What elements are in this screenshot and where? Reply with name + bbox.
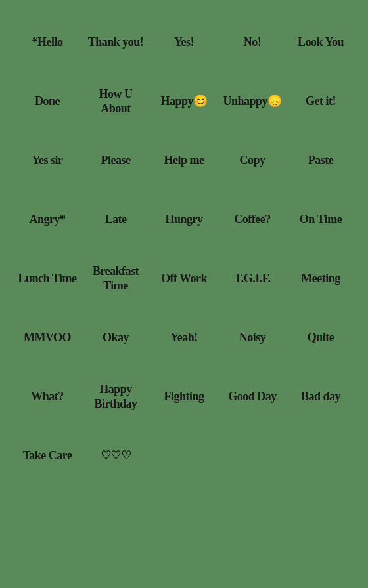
sticker-label-copy: Copy [239,154,265,168]
sticker-label-get-it: Get it! [306,94,336,109]
sticker-label-good-day: Good Day [228,390,277,404]
sticker-label-quite: Quite [308,331,334,345]
sticker-label-hello: *Hello [32,35,63,50]
sticker-label-paste: Paste [308,154,333,168]
sticker-label-no: No! [244,35,262,50]
sticker-item-what[interactable]: What? [13,368,81,427]
sticker-item-fighting[interactable]: Fighting [150,368,218,427]
sticker-label-noisy: Noisy [239,331,266,345]
sticker-item-quite[interactable]: Quite [287,308,355,368]
sticker-label-hungry: Hungry [165,213,202,227]
sticker-item-done[interactable]: Done [13,72,81,131]
sticker-item-noisy[interactable]: Noisy [218,308,287,368]
sticker-label-yes-sir: Yes sir [32,154,63,168]
sticker-item-empty3[interactable] [287,427,355,486]
sticker-item-happy-birthday[interactable]: Happy Birthday [81,368,150,427]
sticker-item-okay[interactable]: Okay [81,308,150,368]
sticker-item-yes[interactable]: Yes! [150,13,218,72]
sticker-item-copy[interactable]: Copy [218,131,287,190]
sticker-item-lunch-time[interactable]: Lunch Time [13,249,81,308]
sticker-item-happy[interactable]: Happy😊 [150,72,218,131]
sticker-item-empty1[interactable] [150,427,218,486]
sticker-label-breakfast-time: Breakfast Time [85,264,146,293]
sticker-label-happy-birthday: Happy Birthday [85,383,146,411]
sticker-label-yes: Yes! [174,35,194,50]
sticker-label-okay: Okay [103,331,129,345]
sticker-label-late: Late [105,213,127,227]
sticker-label-done: Done [35,94,60,109]
sticker-item-good-day[interactable]: Good Day [218,368,287,427]
sticker-item-how-about[interactable]: How U About [81,72,150,131]
sticker-item-take-care[interactable]: Take Care [13,427,81,486]
sticker-item-meeting[interactable]: Meeting [287,249,355,308]
sticker-item-late[interactable]: Late [81,190,150,249]
sticker-label-meeting: Meeting [301,272,340,286]
sticker-label-please: Please [101,154,131,168]
sticker-label-look-you: Look You [298,35,344,50]
sticker-item-paste[interactable]: Paste [287,131,355,190]
sticker-item-off-work[interactable]: Off Work [150,249,218,308]
sticker-item-please[interactable]: Please [81,131,150,190]
sticker-label-coffee: Coffee? [234,213,270,227]
sticker-item-on-time[interactable]: On Time [287,190,355,249]
sticker-item-coffee[interactable]: Coffee? [218,190,287,249]
sticker-label-tgif: T.G.I.F. [234,272,270,286]
sticker-item-get-it[interactable]: Get it! [287,72,355,131]
sticker-item-help-me[interactable]: Help me [150,131,218,190]
sticker-label-what: What? [31,390,64,404]
sticker-item-no[interactable]: No! [218,13,287,72]
sticker-label-help-me: Help me [164,154,204,168]
sticker-label-hearts: ♡♡♡ [101,449,131,463]
sticker-label-bad-day: Bad day [301,390,340,404]
sticker-label-off-work: Off Work [161,272,207,286]
sticker-label-happy: Happy😊 [160,94,207,109]
sticker-item-tgif[interactable]: T.G.I.F. [218,249,287,308]
sticker-item-hearts[interactable]: ♡♡♡ [81,427,150,486]
sticker-label-on-time: On Time [300,213,342,227]
sticker-label-yeah: Yeah! [170,331,198,345]
sticker-item-bad-day[interactable]: Bad day [287,368,355,427]
sticker-grid: *HelloThank you!Yes!No!Look YouDoneHow U… [7,0,361,499]
sticker-item-breakfast-time[interactable]: Breakfast Time [81,249,150,308]
sticker-item-empty2[interactable] [218,427,287,486]
sticker-item-look-you[interactable]: Look You [287,13,355,72]
sticker-label-fighting: Fighting [164,390,204,404]
sticker-label-mmvoo: MMVOO [24,331,71,345]
sticker-item-unhappy[interactable]: Unhappy😞 [218,72,287,131]
sticker-item-mmvoo[interactable]: MMVOO [13,308,81,368]
sticker-item-thank-you[interactable]: Thank you! [81,13,150,72]
sticker-item-angry[interactable]: Angry* [13,190,81,249]
sticker-label-take-care: Take Care [22,449,72,463]
sticker-item-hello[interactable]: *Hello [13,13,81,72]
sticker-item-hungry[interactable]: Hungry [150,190,218,249]
sticker-label-angry: Angry* [30,213,66,227]
sticker-item-yeah[interactable]: Yeah! [150,308,218,368]
sticker-label-how-about: How U About [85,87,146,116]
sticker-label-unhappy: Unhappy😞 [223,94,281,109]
sticker-item-yes-sir[interactable]: Yes sir [13,131,81,190]
sticker-label-thank-you: Thank you! [88,35,144,50]
sticker-label-lunch-time: Lunch Time [18,272,77,286]
